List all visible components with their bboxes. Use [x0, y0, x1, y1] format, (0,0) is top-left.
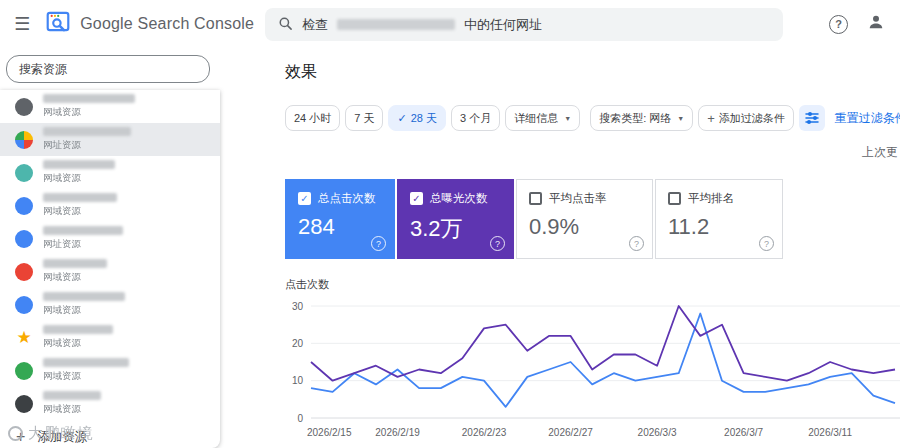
checkbox[interactable]: ✓ — [529, 192, 542, 205]
add-property-button[interactable]: + 添加资源 — [0, 420, 220, 448]
last-updated-label: 上次更 — [862, 144, 898, 161]
property-item[interactable]: 网址资源 — [0, 222, 220, 255]
property-type-label: 网址资源 — [43, 139, 131, 152]
check-icon: ✓ — [300, 194, 308, 204]
svg-text:2026/3/3: 2026/3/3 — [638, 427, 677, 438]
range-chip-3m[interactable]: 3 个月 — [451, 105, 500, 131]
property-selector[interactable]: 搜索资源 — [6, 55, 210, 83]
range-chip-24h[interactable]: 24 小时 — [285, 105, 340, 131]
chevron-down-icon: ▼ — [677, 115, 684, 122]
plus-icon: + — [707, 111, 715, 126]
chip-label: 详细信息 — [514, 111, 558, 126]
range-chip-7d[interactable]: 7 天 — [345, 105, 383, 131]
property-item[interactable]: 网域资源 — [0, 90, 220, 123]
svg-text:0: 0 — [297, 413, 303, 424]
date-detail-chip[interactable]: 详细信息 ▼ — [505, 105, 580, 131]
checkbox[interactable]: ✓ — [668, 192, 681, 205]
reset-filters-link[interactable]: 重置过滤条件 — [835, 110, 900, 127]
add-filter-chip[interactable]: + 添加过滤条件 — [698, 105, 794, 131]
hamburger-menu-icon[interactable]: ☰ — [14, 13, 30, 35]
url-inspection-search-input[interactable]: 检查 中的任何网址 — [265, 8, 783, 41]
card-head: ✓ 总曝光次数 — [410, 191, 501, 206]
metric-value: 11.2 — [668, 214, 770, 240]
globe-icon — [15, 395, 33, 413]
metric-value: 0.9% — [529, 214, 640, 240]
help-icon[interactable]: ? — [371, 236, 386, 251]
property-dropdown-panel: 网域资源 网址资源 网域资源 网域资源 网址资源 网域资源 — [0, 90, 220, 448]
metric-title: 平均点击率 — [549, 191, 607, 206]
property-text: 网域资源 — [43, 94, 135, 119]
property-item[interactable]: 网域资源 — [0, 387, 220, 420]
help-icon[interactable]: ? — [759, 236, 774, 251]
property-item[interactable]: 网域资源 — [0, 156, 220, 189]
redacted-property-name — [43, 325, 113, 334]
property-text: 网域资源 — [43, 259, 107, 284]
property-item-selected[interactable]: 网址资源 — [0, 123, 220, 156]
svg-text:2026/2/19: 2026/2/19 — [375, 427, 420, 438]
search-type-chip[interactable]: 搜索类型: 网络 ▼ — [590, 105, 693, 131]
globe-icon — [15, 230, 33, 248]
top-app-bar: ☰ Google Search Console 检查 中的任何网址 ? — [0, 0, 900, 48]
help-icon[interactable]: ? — [829, 15, 848, 34]
chip-label: 添加过滤条件 — [719, 111, 785, 126]
metric-value: 3.2万 — [410, 214, 501, 244]
metric-title: 平均排名 — [688, 191, 734, 206]
sliders-icon — [804, 110, 820, 126]
property-item[interactable]: 网域资源 — [0, 255, 220, 288]
search-icon — [278, 16, 293, 34]
svg-text:2026/2/27: 2026/2/27 — [548, 427, 593, 438]
help-icon[interactable]: ? — [629, 236, 644, 251]
globe-icon — [15, 197, 33, 215]
search-console-logo-icon — [45, 9, 71, 39]
help-icon[interactable]: ? — [490, 236, 505, 251]
card-head: ✓ 平均排名 — [668, 191, 770, 206]
property-text: 网址资源 — [43, 226, 123, 251]
search-placeholder-suffix: 中的任何网址 — [464, 16, 542, 34]
property-type-label: 网域资源 — [43, 205, 117, 218]
svg-text:2026/3/7: 2026/3/7 — [724, 427, 763, 438]
metric-card[interactable]: ✓ 平均排名 11.2 ? — [655, 179, 783, 259]
android-icon — [15, 362, 33, 380]
redacted-property-name — [43, 292, 125, 301]
search-placeholder-prefix: 检查 — [302, 16, 328, 34]
property-item[interactable]: ★ 网域资源 — [0, 321, 220, 354]
app-logo[interactable]: Google Search Console — [45, 9, 254, 39]
compare-filter-button[interactable] — [799, 105, 825, 131]
metric-card[interactable]: ✓ 总点击次数 284 ? — [285, 179, 395, 259]
metric-title: 总点击次数 — [318, 191, 376, 206]
chip-label: 3 个月 — [460, 111, 491, 126]
chip-label: 搜索类型: 网络 — [599, 111, 671, 126]
range-chip-28d-selected[interactable]: ✓ 28 天 — [388, 105, 446, 131]
chip-label: 7 天 — [354, 111, 374, 126]
property-text: 网域资源 — [43, 292, 125, 317]
svg-text:20: 20 — [292, 338, 304, 349]
property-type-label: 网域资源 — [43, 403, 101, 416]
property-item[interactable]: 网域资源 — [0, 189, 220, 222]
metric-card[interactable]: ✓ 总曝光次数 3.2万 ? — [397, 179, 514, 259]
line-chart[interactable]: 01020302026/2/152026/2/192026/2/232026/2… — [285, 296, 900, 442]
redacted-property-name — [43, 127, 131, 136]
property-type-label: 网域资源 — [43, 337, 113, 350]
analytics-icon — [15, 131, 33, 149]
redacted-property-name — [43, 358, 129, 367]
metric-card[interactable]: ✓ 平均点击率 0.9% ? — [516, 179, 653, 259]
account-icon[interactable] — [866, 12, 886, 36]
series-点击次数 — [311, 314, 895, 407]
checkbox[interactable]: ✓ — [410, 192, 423, 205]
globe-icon — [15, 296, 33, 314]
app-title: Google Search Console — [80, 15, 254, 33]
svg-text:2026/2/23: 2026/2/23 — [462, 427, 507, 438]
checkbox[interactable]: ✓ — [298, 192, 311, 205]
property-type-label: 网址资源 — [43, 238, 123, 251]
property-item[interactable]: 网域资源 — [0, 354, 220, 387]
globe-icon — [15, 164, 33, 182]
top-bar-actions: ? — [829, 0, 886, 48]
redacted-property-name — [43, 160, 115, 169]
redacted-site-url — [337, 19, 455, 30]
property-type-label: 网域资源 — [43, 271, 107, 284]
globe-icon — [15, 98, 33, 116]
property-text: 网址资源 — [43, 127, 131, 152]
property-item[interactable]: 网域资源 — [0, 288, 220, 321]
svg-text:2026/3/11: 2026/3/11 — [808, 427, 852, 438]
svg-text:10: 10 — [292, 375, 304, 386]
